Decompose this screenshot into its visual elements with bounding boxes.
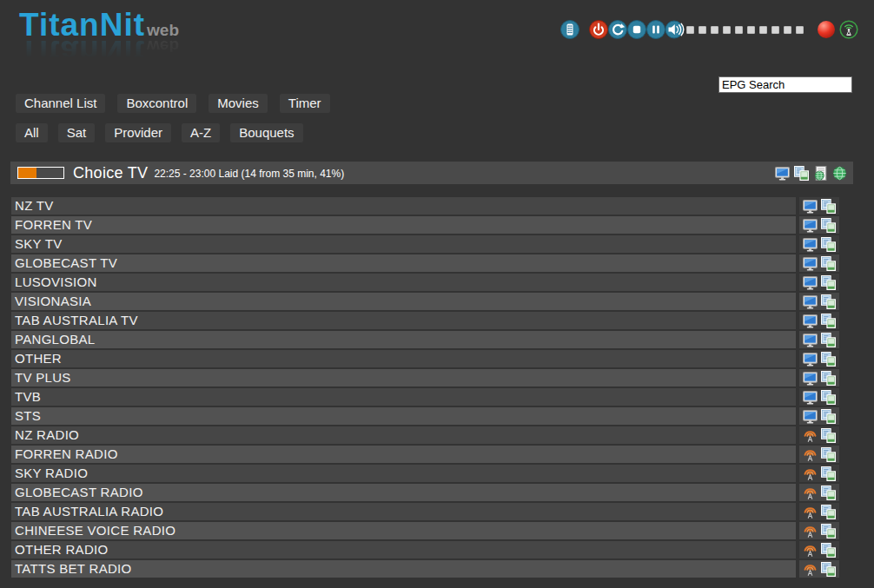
channel-row[interactable]: SKY RADIO bbox=[11, 465, 839, 482]
channel-row[interactable]: NZ TV bbox=[11, 197, 839, 215]
tv-zap-icon[interactable] bbox=[803, 371, 818, 386]
volume-segment[interactable] bbox=[735, 26, 743, 34]
epg-list-icon[interactable] bbox=[821, 390, 836, 405]
tv-zap-icon[interactable] bbox=[803, 314, 818, 328]
tv-zap-icon[interactable] bbox=[803, 294, 818, 309]
epg-list-icon[interactable] bbox=[821, 256, 836, 271]
channel-row[interactable]: TV PLUS bbox=[11, 369, 839, 386]
epg-list-icon[interactable] bbox=[821, 371, 836, 386]
channel-row[interactable]: SKY TV bbox=[11, 235, 839, 253]
channel-name[interactable]: TAB AUSTRALIA TV bbox=[11, 312, 796, 329]
channel-name[interactable]: FORREN RADIO bbox=[11, 446, 796, 463]
epg-list-icon[interactable] bbox=[821, 428, 836, 443]
channel-name[interactable]: LUSOVISION bbox=[11, 274, 796, 291]
channel-name[interactable]: GLOBECAST TV bbox=[11, 254, 796, 272]
channel-row[interactable]: OTHER RADIO bbox=[11, 541, 839, 558]
channel-row[interactable]: FORREN RADIO bbox=[11, 446, 839, 463]
epg-list-icon[interactable] bbox=[821, 237, 836, 252]
channel-row[interactable]: PANGLOBAL bbox=[11, 331, 839, 348]
tv-zap-icon[interactable] bbox=[803, 199, 818, 214]
volume-icon[interactable] bbox=[665, 20, 686, 39]
channel-row[interactable]: CHINEESE VOICE RADIO bbox=[11, 522, 839, 539]
volume-segment[interactable] bbox=[699, 26, 706, 34]
epg-list-icon[interactable] bbox=[821, 486, 836, 500]
radio-zap-icon[interactable] bbox=[803, 505, 818, 519]
tv-zap-icon[interactable] bbox=[803, 275, 818, 290]
epg-list-icon[interactable] bbox=[821, 294, 836, 309]
channel-row[interactable]: VISIONASIA bbox=[11, 293, 839, 310]
channel-row[interactable]: OTHER bbox=[11, 350, 839, 367]
volume-segment[interactable] bbox=[747, 26, 755, 34]
epg-list-icon[interactable] bbox=[821, 562, 836, 577]
volume-segment[interactable] bbox=[771, 26, 779, 34]
channel-name[interactable]: NZ TV bbox=[11, 197, 796, 215]
channel-row[interactable]: NZ RADIO bbox=[11, 426, 839, 444]
restart-icon[interactable] bbox=[608, 20, 627, 39]
volume-segment[interactable] bbox=[784, 26, 791, 34]
volume-segment[interactable] bbox=[796, 26, 804, 34]
stop-icon[interactable] bbox=[627, 20, 646, 39]
nav-movies-button[interactable]: Movies bbox=[209, 94, 268, 113]
channel-name[interactable]: VISIONASIA bbox=[11, 293, 796, 310]
epg-list-icon[interactable] bbox=[821, 314, 836, 328]
volume-segment[interactable] bbox=[686, 26, 694, 34]
channel-row[interactable]: GLOBECAST TV bbox=[11, 254, 839, 272]
channel-row[interactable]: TAB AUSTRALIA RADIO bbox=[11, 503, 839, 520]
radio-zap-icon[interactable] bbox=[803, 524, 818, 538]
epg-list-icon[interactable] bbox=[821, 447, 836, 462]
channel-row[interactable]: TAB AUSTRALIA TV bbox=[11, 312, 839, 329]
channel-name[interactable]: TATTS BET RADIO bbox=[11, 560, 796, 578]
channel-name[interactable]: SKY RADIO bbox=[11, 465, 796, 482]
nav-timer-button[interactable]: Timer bbox=[280, 94, 330, 113]
filter-all-button[interactable]: All bbox=[16, 123, 48, 142]
power-icon[interactable] bbox=[589, 20, 608, 39]
channel-name[interactable]: STS bbox=[11, 407, 796, 425]
channel-row[interactable]: LUSOVISION bbox=[11, 274, 839, 291]
signal-icon[interactable] bbox=[839, 20, 858, 39]
tv-zap-icon[interactable] bbox=[803, 333, 818, 347]
pause-icon[interactable] bbox=[646, 20, 665, 39]
filter-bouquets-button[interactable]: Bouquets bbox=[230, 123, 302, 142]
channel-name[interactable]: TVB bbox=[11, 388, 796, 406]
epg-list-icon[interactable] bbox=[821, 199, 836, 214]
tv-zap-icon[interactable] bbox=[803, 256, 818, 271]
epg-list-icon[interactable] bbox=[794, 166, 809, 181]
radio-zap-icon[interactable] bbox=[803, 428, 818, 443]
epg-list-icon[interactable] bbox=[821, 409, 836, 424]
tv-zap-icon[interactable] bbox=[803, 390, 818, 405]
filter-a-z-button[interactable]: A-Z bbox=[182, 123, 220, 142]
radio-zap-icon[interactable] bbox=[803, 486, 818, 500]
epg-list-icon[interactable] bbox=[821, 333, 836, 347]
globe-icon[interactable] bbox=[832, 166, 847, 181]
nav-boxcontrol-button[interactable]: Boxcontrol bbox=[117, 94, 196, 113]
remote-icon[interactable] bbox=[560, 20, 579, 39]
channel-name[interactable]: TV PLUS bbox=[11, 369, 796, 386]
epg-page-icon[interactable] bbox=[813, 166, 828, 181]
nav-channel-list-button[interactable]: Channel List bbox=[16, 94, 105, 113]
epg-list-icon[interactable] bbox=[821, 466, 836, 481]
channel-row[interactable]: STS bbox=[11, 407, 839, 425]
radio-zap-icon[interactable] bbox=[803, 447, 818, 462]
channel-name[interactable]: PANGLOBAL bbox=[11, 331, 796, 348]
epg-list-icon[interactable] bbox=[821, 524, 836, 538]
channel-name[interactable]: NZ RADIO bbox=[11, 426, 796, 444]
channel-name[interactable]: OTHER RADIO bbox=[11, 541, 796, 558]
channel-name[interactable]: SKY TV bbox=[11, 235, 796, 253]
tv-zap-icon[interactable] bbox=[803, 218, 818, 233]
channel-name[interactable]: OTHER bbox=[11, 350, 796, 367]
channel-row[interactable]: TVB bbox=[11, 388, 839, 406]
volume-segment[interactable] bbox=[711, 26, 718, 34]
epg-list-icon[interactable] bbox=[821, 505, 836, 519]
epg-list-icon[interactable] bbox=[821, 352, 836, 367]
filter-sat-button[interactable]: Sat bbox=[58, 123, 96, 142]
record-indicator-icon[interactable] bbox=[818, 21, 835, 38]
epg-search-input[interactable] bbox=[718, 76, 852, 93]
channel-name[interactable]: CHINEESE VOICE RADIO bbox=[11, 522, 796, 539]
volume-segment[interactable] bbox=[759, 26, 767, 34]
radio-zap-icon[interactable] bbox=[803, 562, 818, 577]
volume-segment[interactable] bbox=[723, 26, 731, 34]
filter-provider-button[interactable]: Provider bbox=[105, 123, 171, 142]
radio-zap-icon[interactable] bbox=[803, 466, 818, 481]
channel-name[interactable]: TAB AUSTRALIA RADIO bbox=[11, 503, 796, 520]
epg-list-icon[interactable] bbox=[821, 543, 836, 558]
